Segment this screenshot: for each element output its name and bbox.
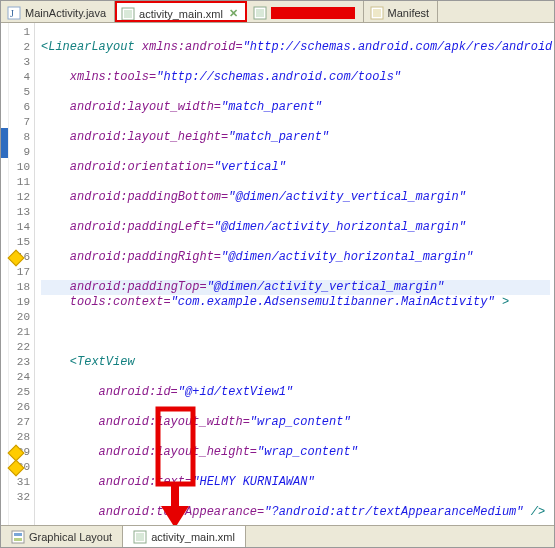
tab-label: Manifest (388, 7, 430, 19)
bottom-tab-label: activity_main.xml (151, 531, 235, 543)
tab-redacted[interactable]: ■■■■■■■■■■■■ (247, 1, 364, 22)
svg-text:J: J (10, 8, 14, 19)
tab-graphical-layout[interactable]: Graphical Layout (1, 526, 123, 547)
tab-label: MainActivity.java (25, 7, 106, 19)
layout-icon (11, 530, 25, 544)
java-file-icon: J (7, 6, 21, 20)
editor-tabbar: J MainActivity.java activity_main.xml ✕ … (1, 1, 554, 23)
marker-column (1, 23, 9, 525)
line-gutter: 1234567891011121314151617181920212223242… (9, 23, 35, 525)
close-icon[interactable]: ✕ (229, 7, 238, 20)
svg-rect-8 (14, 533, 22, 536)
tab-manifest[interactable]: Manifest (364, 1, 439, 22)
tab-xml-source[interactable]: activity_main.xml (123, 526, 246, 547)
xml-file-icon (253, 6, 267, 20)
bottom-tab-label: Graphical Layout (29, 531, 112, 543)
tab-main-activity[interactable]: J MainActivity.java (1, 1, 115, 22)
svg-rect-9 (14, 538, 22, 541)
svg-rect-5 (373, 9, 381, 17)
tab-activity-main-xml[interactable]: activity_main.xml ✕ (115, 1, 247, 22)
tab-label: ■■■■■■■■■■■■ (271, 7, 355, 19)
code-editor[interactable]: 1234567891011121314151617181920212223242… (1, 23, 554, 525)
xml-file-icon (121, 7, 135, 21)
editor-bottom-tabbar: Graphical Layout activity_main.xml (1, 525, 554, 547)
tab-label: activity_main.xml (139, 8, 223, 20)
svg-rect-7 (12, 531, 24, 543)
xml-file-icon (133, 530, 147, 544)
code-area[interactable]: <LinearLayout xmlns:android="http://sche… (35, 23, 554, 525)
manifest-file-icon (370, 6, 384, 20)
